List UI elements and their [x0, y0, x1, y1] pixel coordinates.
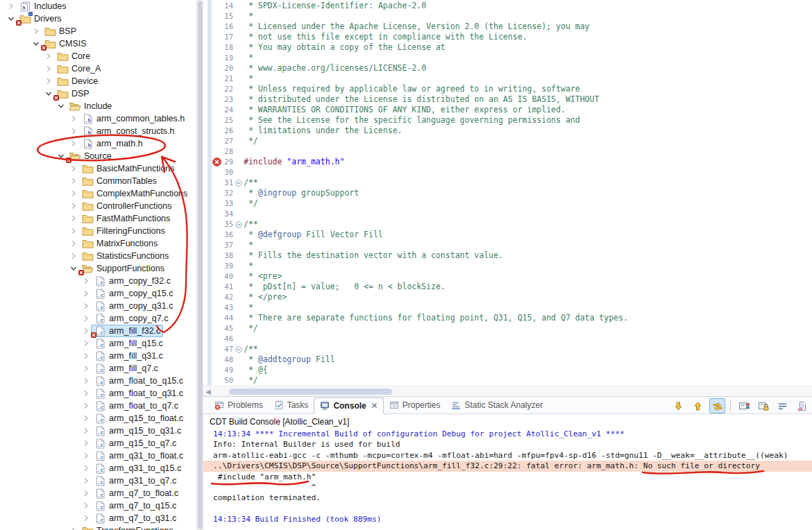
scrollbar-thumb[interactable]	[198, 1, 203, 529]
tree-label[interactable]: StatisticsFunctions	[78, 250, 171, 262]
editor-line-30[interactable]: 30	[212, 167, 812, 178]
tree-item-Drivers[interactable]: Drivers	[0, 12, 196, 25]
chevron-right-icon[interactable]	[81, 388, 91, 399]
chevron-right-icon[interactable]	[68, 164, 78, 174]
chevron-right-icon[interactable]	[68, 114, 78, 124]
tree-label[interactable]: .carm_copy_q7.c	[91, 312, 171, 325]
editor-line-21[interactable]: 21 *	[212, 74, 812, 84]
tree-label[interactable]: CMSIS	[41, 37, 90, 50]
chevron-right-icon[interactable]	[81, 426, 91, 436]
tree-label[interactable]: BasicMathFunctions	[78, 162, 178, 175]
tree-label[interactable]: Device	[53, 75, 101, 87]
tree-item-arm_q31_to_float.c[interactable]: .carm_q31_to_float.c	[0, 450, 196, 462]
editor-line-50[interactable]: 50 */	[212, 375, 812, 386]
tree-item-arm_math.h[interactable]: .harm_math.h	[0, 137, 196, 150]
scroll-lock-button[interactable]	[755, 398, 771, 413]
tree-item-TransformFunctions[interactable]: TransformFunctions	[0, 524, 196, 530]
tree-item-arm_copy_f32.c[interactable]: .carm_copy_f32.c	[0, 275, 196, 287]
chevron-down-icon[interactable]	[56, 151, 66, 162]
editor-line-37[interactable]: 37 *	[212, 240, 812, 250]
tree-label[interactable]: .carm_float_to_q15.c	[91, 375, 186, 387]
tree-item-StatisticsFunctions[interactable]: StatisticsFunctions	[0, 250, 196, 262]
tree-item-ControllerFunctions[interactable]: ControllerFunctions	[0, 200, 196, 212]
editor-line-20[interactable]: 20 * www.apache.org/licenses/LICENSE-2.0	[212, 63, 812, 74]
editor-line-23[interactable]: 23 * distributed under the License is di…	[212, 94, 812, 105]
tree-item-arm_q15_to_float.c[interactable]: .carm_q15_to_float.c	[0, 412, 196, 425]
tree-label[interactable]: .carm_fill_q31.c	[91, 350, 166, 362]
editor-line-24[interactable]: 24 * WARRANTIES OR CONDITIONS OF ANY KIN…	[212, 105, 812, 115]
tree-label[interactable]: BSP	[41, 25, 79, 37]
chevron-right-icon[interactable]	[6, 1, 16, 12]
chevron-right-icon[interactable]	[81, 289, 91, 299]
tree-label[interactable]: .carm_copy_q31.c	[91, 300, 176, 312]
tree-item-arm_const_structs.h[interactable]: .harm_const_structs.h	[0, 125, 196, 137]
chevron-right-icon[interactable]	[81, 413, 91, 424]
tree-label[interactable]: .carm_q7_to_q31.c	[91, 512, 179, 524]
chevron-right-icon[interactable]	[81, 513, 91, 524]
tree-item-arm_q15_to_q7.c[interactable]: .carm_q15_to_q7.c	[0, 437, 196, 450]
chevron-right-icon[interactable]	[68, 251, 78, 262]
editor-line-19[interactable]: 19 *	[212, 53, 812, 63]
chevron-down-icon[interactable]	[68, 264, 78, 274]
tab-problems[interactable]: Problems	[209, 397, 269, 413]
tree-label[interactable]: ComplexMathFunctions	[78, 187, 190, 200]
chevron-right-icon[interactable]	[31, 26, 41, 37]
previous-error-button[interactable]	[690, 398, 706, 413]
editor-line-32[interactable]: 32 * @ingroup groupSupport	[212, 188, 812, 198]
editor-line-44[interactable]: 44 * There are separate functions for fl…	[212, 313, 812, 323]
chevron-right-icon[interactable]	[81, 364, 91, 374]
editor-line-34[interactable]: 34	[212, 209, 812, 219]
chevron-right-icon[interactable]	[68, 201, 78, 212]
editor-line-38[interactable]: 38 * Fills the destination vector with a…	[212, 250, 812, 261]
tree-label[interactable]: .carm_float_to_q31.c	[91, 387, 186, 400]
editor-line-31[interactable]: 31/**	[212, 178, 812, 188]
tree-item-FastMathFunctions[interactable]: FastMathFunctions	[0, 212, 196, 225]
editor-line-46[interactable]: 46	[212, 334, 812, 344]
tree-label[interactable]: .carm_copy_f32.c	[91, 275, 174, 287]
selected-tree-label[interactable]: .carm_fill_f32.c	[91, 325, 163, 337]
chevron-right-icon[interactable]	[81, 401, 91, 411]
tree-item-MatrixFunctions[interactable]: MatrixFunctions	[0, 237, 196, 250]
chevron-right-icon[interactable]	[43, 64, 53, 74]
editor-line-17[interactable]: 17 * not use this file except in complia…	[212, 32, 812, 42]
console-output[interactable]: 14:13:34 **** Incremental Build of confi…	[203, 429, 812, 525]
editor-line-45[interactable]: 45 */	[212, 323, 812, 334]
chevron-down-icon[interactable]	[31, 39, 41, 49]
tab-console[interactable]: Console	[314, 398, 383, 414]
chevron-right-icon[interactable]	[68, 226, 78, 237]
chevron-down-icon[interactable]	[6, 14, 16, 24]
chevron-right-icon[interactable]	[81, 314, 91, 324]
chevron-right-icon[interactable]	[81, 501, 91, 511]
tree-item-DSP[interactable]: DSP	[0, 87, 196, 100]
editor-line-35[interactable]: 35/**	[212, 219, 812, 230]
editor-line-43[interactable]: 43 *	[212, 302, 812, 313]
editor-line-27[interactable]: 27 */	[212, 136, 812, 146]
show-error-in-editor-toggle[interactable]	[709, 398, 725, 413]
editor-line-33[interactable]: 33 */	[212, 198, 812, 209]
chevron-right-icon[interactable]	[81, 438, 91, 449]
fold-collapse-icon[interactable]	[235, 219, 244, 230]
tree-label[interactable]: .carm_fill_q7.c	[91, 362, 161, 375]
editor-line-41[interactable]: 41 * pDst[n] = value; 0 <= n < blockSize…	[212, 282, 812, 292]
tree-label[interactable]: .harm_common_tables.h	[78, 112, 187, 125]
chevron-right-icon[interactable]	[68, 239, 78, 249]
tree-label[interactable]: .carm_q7_to_q15.c	[91, 499, 179, 512]
chevron-right-icon[interactable]	[68, 139, 78, 149]
tree-item-arm_float_to_q31.c[interactable]: .carm_float_to_q31.c	[0, 387, 196, 400]
chevron-right-icon[interactable]	[81, 339, 91, 349]
tree-label[interactable]: TransformFunctions	[78, 524, 176, 530]
editor-line-49[interactable]: 49 * @{	[212, 365, 812, 375]
tree-label[interactable]: FastMathFunctions	[78, 212, 173, 225]
tree-item-arm_q7_to_q31.c[interactable]: .carm_q7_to_q31.c	[0, 512, 196, 524]
tree-label[interactable]: hIncludes	[16, 0, 69, 12]
tree-item-arm_q7_to_float.c[interactable]: .carm_q7_to_float.c	[0, 487, 196, 499]
tree-label[interactable]: .carm_q15_to_q31.c	[91, 425, 184, 437]
editor-line-15[interactable]: 15 *	[212, 11, 812, 22]
tree-label[interactable]: Core_A	[53, 62, 103, 75]
editor-line-28[interactable]: 28	[212, 146, 812, 157]
next-error-button[interactable]	[670, 398, 686, 413]
tree-item-arm_q15_to_q31.c[interactable]: .carm_q15_to_q31.c	[0, 425, 196, 437]
chevron-right-icon[interactable]	[43, 76, 53, 87]
chevron-right-icon[interactable]	[81, 476, 91, 486]
tree-item-BSP[interactable]: BSP	[0, 25, 196, 37]
